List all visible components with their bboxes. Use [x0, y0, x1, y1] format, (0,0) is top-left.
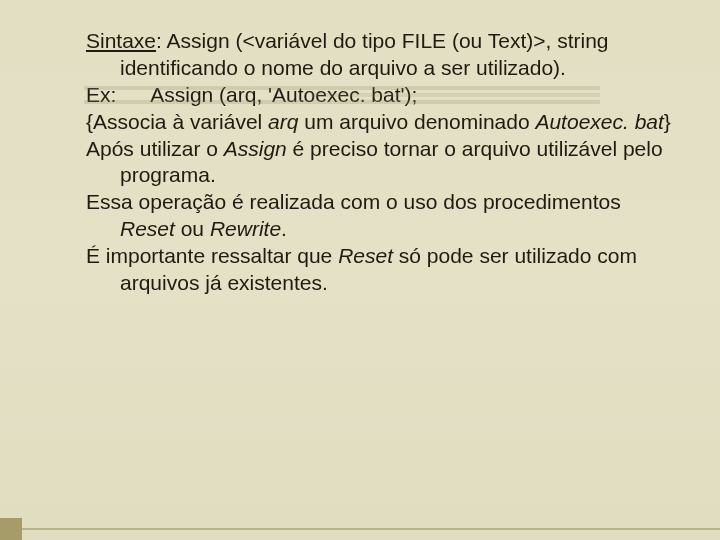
- assoc-var: arq: [268, 110, 298, 133]
- example-code: Assign (arq, 'Autoexec. bat');: [150, 83, 417, 106]
- after-assign-1: Após utilizar o: [86, 137, 224, 160]
- footer-accent-square: [0, 518, 22, 540]
- operation-reset: Reset: [120, 217, 175, 240]
- operation-1: Essa operação é realizada com o uso dos …: [86, 190, 621, 213]
- assoc-mid: um arquivo denominado: [298, 110, 535, 133]
- example-label: Ex:: [86, 83, 116, 106]
- operation-or: ou: [175, 217, 210, 240]
- operation-rewrite: Rewrite: [210, 217, 281, 240]
- association-line: {Associa à variável arq um arquivo denom…: [86, 109, 672, 136]
- important-1: É importante ressaltar que: [86, 244, 338, 267]
- important-line: É importante ressaltar que Reset só pode…: [86, 243, 672, 297]
- example-line: Ex: Assign (arq, 'Autoexec. bat');: [86, 82, 672, 109]
- assoc-close: }: [664, 110, 671, 133]
- assoc-open: {Associa à variável: [86, 110, 268, 133]
- assoc-file: Autoexec. bat: [535, 110, 663, 133]
- syntax-body: : Assign (<variável do tipo FILE (ou Tex…: [120, 29, 609, 79]
- slide-body: Sintaxe: Assign (<variável do tipo FILE …: [0, 0, 720, 325]
- syntax-line: Sintaxe: Assign (<variável do tipo FILE …: [86, 28, 672, 82]
- after-assign-word: Assign: [224, 137, 287, 160]
- operation-end: .: [281, 217, 287, 240]
- after-assign-line: Após utilizar o Assign é preciso tornar …: [86, 136, 672, 190]
- footer-divider-line: [22, 528, 720, 530]
- operation-line: Essa operação é realizada com o uso dos …: [86, 189, 672, 243]
- syntax-label: Sintaxe: [86, 29, 156, 52]
- important-reset: Reset: [338, 244, 393, 267]
